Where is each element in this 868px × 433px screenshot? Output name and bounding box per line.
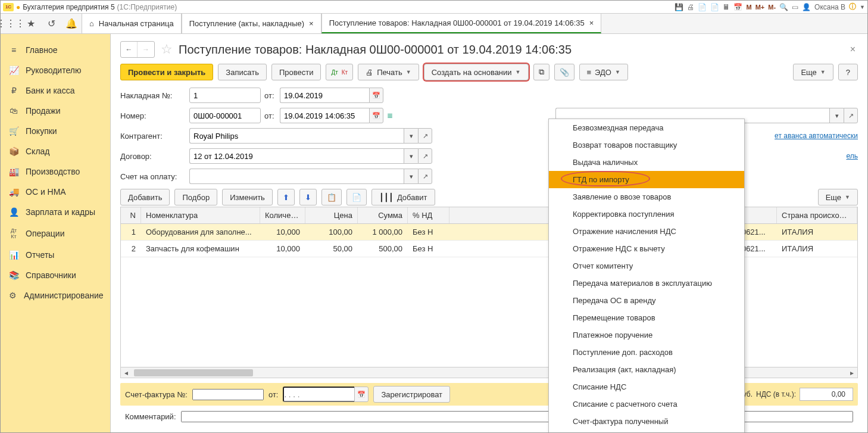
tab-home[interactable]: ⌂ Начальная страница	[82, 14, 182, 33]
contract-input[interactable]	[189, 148, 404, 164]
contractor-input[interactable]	[189, 128, 404, 144]
more-button[interactable]: Еще▼	[793, 64, 833, 80]
zoom-icon[interactable]: 🔍	[779, 3, 788, 11]
special-icon[interactable]: ≣	[387, 111, 393, 120]
menu-item-gtd-import[interactable]: ГТД по импорту	[549, 171, 744, 188]
menu-item[interactable]: Поступление доп. расходов	[549, 344, 744, 361]
dtkt-button[interactable]: ДтКт	[326, 64, 353, 80]
menu-item[interactable]: Списание с расчетного счета	[549, 395, 744, 413]
sidebar-item-salary[interactable]: 👤Зарплата и кадры	[1, 202, 110, 222]
close-icon[interactable]: ×	[589, 18, 594, 27]
dropdown-icon[interactable]: ▾	[404, 169, 418, 184]
sidebar-item-operations[interactable]: ДтКтОперации	[1, 222, 110, 245]
notifications-icon[interactable]: 🔔	[61, 14, 82, 33]
menu-item[interactable]: Выдача наличных	[549, 154, 744, 171]
close-icon[interactable]: ×	[309, 19, 314, 28]
menu-item[interactable]: Передача материалов в эксплуатацию	[549, 275, 744, 292]
menu-item[interactable]: Счет-фактура полученный	[549, 413, 744, 430]
apps-icon[interactable]: ⋮⋮⋮	[1, 14, 21, 33]
menu-item[interactable]: Требование-накладная	[549, 430, 744, 432]
menu-item[interactable]: Платежное поручение	[549, 326, 744, 344]
pick-button[interactable]: Подбор	[174, 189, 217, 205]
dropdown-icon[interactable]: ▾	[404, 128, 418, 144]
m-icon[interactable]: M	[746, 4, 751, 11]
col-name[interactable]: Номенклатура	[141, 207, 260, 223]
number-input[interactable]	[189, 108, 261, 123]
structure-button[interactable]: ⧉	[533, 64, 549, 80]
m-minus-icon[interactable]: M-	[768, 4, 776, 11]
print-button[interactable]: 🖨Печать▼	[358, 64, 419, 80]
invoice-no-input[interactable]	[189, 88, 261, 103]
menu-item[interactable]: Отражение НДС к вычету	[549, 240, 744, 257]
history-icon[interactable]: ↺	[41, 14, 61, 33]
col-vat[interactable]: % НД	[408, 207, 449, 223]
move-up-button[interactable]: ⬆	[277, 189, 295, 205]
pay-account-input[interactable]	[189, 169, 404, 184]
post-button[interactable]: Провести	[271, 64, 321, 80]
menu-item[interactable]: Списание НДС	[549, 378, 744, 395]
col-sum[interactable]: Сумма	[358, 207, 408, 223]
menu-item[interactable]: Отражение начисления НДС	[549, 223, 744, 240]
menu-item[interactable]: Безвозмездная передача	[549, 119, 744, 136]
save-icon[interactable]: 💾	[675, 3, 683, 11]
sidebar-item-main[interactable]: ≡Главное	[1, 40, 110, 60]
doc1-icon[interactable]: 📄	[698, 3, 707, 11]
m-plus-icon[interactable]: M+	[755, 4, 765, 11]
sidebar-item-assets[interactable]: 🚚ОС и НМА	[1, 182, 110, 202]
dropdown-icon[interactable]: ▾	[404, 148, 418, 164]
number-date-input[interactable]	[280, 108, 369, 123]
post-and-close-button[interactable]: Провести и закрыть	[120, 64, 213, 80]
calc-icon[interactable]: 🖩	[723, 3, 730, 11]
link2[interactable]: ель	[846, 152, 858, 160]
paste-button[interactable]: 📄	[346, 189, 367, 205]
calendar-icon[interactable]: 📅	[733, 3, 742, 11]
sidebar-item-purchases[interactable]: 🛒Покупки	[1, 121, 110, 141]
register-button[interactable]: Зарегистрироват	[373, 386, 450, 403]
open-icon[interactable]: ↗	[418, 148, 432, 164]
edo-button[interactable]: ≡ЭДО▼	[579, 64, 628, 80]
col-country[interactable]: Страна происхождени	[777, 207, 857, 223]
window-icon[interactable]: ▭	[792, 3, 798, 11]
attach-button[interactable]: 📎	[554, 64, 574, 80]
add-row-button[interactable]: Добавить	[120, 189, 170, 205]
sidebar-item-sales[interactable]: 🛍Продажи	[1, 101, 110, 121]
sidebar-item-manager[interactable]: 📈Руководителю	[1, 60, 110, 80]
menu-item[interactable]: Передача ОС в аренду	[549, 292, 744, 309]
move-down-button[interactable]: ⬇	[299, 189, 317, 205]
col-qty[interactable]: Количес...	[260, 207, 305, 223]
doc2-icon[interactable]: 📄	[710, 3, 719, 11]
forward-button[interactable]: →	[138, 42, 154, 57]
menu-item[interactable]: Отчет комитенту	[549, 257, 744, 275]
menu-item[interactable]: Перемещение товаров	[549, 309, 744, 326]
tab-current-doc[interactable]: Поступление товаров: Накладная 0Ш00-0000…	[321, 14, 602, 33]
menu-item[interactable]: Реализация (акт, накладная)	[549, 361, 744, 378]
calendar-icon[interactable]: 📅	[354, 387, 369, 402]
col-price[interactable]: Цена	[305, 207, 358, 223]
chevron-down-icon[interactable]: ▼	[860, 4, 865, 10]
print-icon[interactable]: 🖨	[687, 3, 694, 11]
invoice-footer-date[interactable]	[283, 387, 354, 402]
comment-input[interactable]	[181, 411, 854, 422]
barcode-add-button[interactable]: ┃┃┃Добавит	[371, 189, 435, 205]
help-button[interactable]: ?	[838, 64, 858, 80]
favorite-toggle[interactable]: ☆	[161, 42, 173, 57]
sidebar-item-bank[interactable]: ₽Банк и касса	[1, 80, 110, 101]
edit-button[interactable]: Изменить	[222, 189, 273, 205]
col-n[interactable]: N	[121, 207, 141, 223]
table-row[interactable]: 1 Оборудования для заполне... 10,000 100…	[121, 224, 857, 241]
save-button[interactable]: Записать	[218, 64, 267, 80]
calendar-icon[interactable]: 📅	[369, 108, 383, 123]
open-icon[interactable]: ↗	[418, 169, 432, 184]
tab-receipts[interactable]: Поступление (акты, накладные) ×	[182, 14, 321, 33]
invoice-date-input[interactable]	[280, 88, 369, 103]
sidebar-item-reports[interactable]: 📊Отчеты	[1, 245, 110, 265]
favorites-icon[interactable]: ★	[21, 14, 41, 33]
advance-link[interactable]: ет аванса автоматически	[775, 132, 858, 140]
close-button[interactable]: ×	[848, 44, 858, 55]
horizontal-scrollbar[interactable]: ◂▸	[121, 367, 857, 378]
menu-item[interactable]: Возврат товаров поставщику	[549, 136, 744, 154]
sidebar-item-admin[interactable]: ⚙Администрирование	[1, 285, 110, 306]
table-more-button[interactable]: Еще▼	[818, 189, 858, 205]
sidebar-item-warehouse[interactable]: 📦Склад	[1, 141, 110, 161]
menu-item[interactable]: Заявление о ввозе товаров	[549, 188, 744, 205]
